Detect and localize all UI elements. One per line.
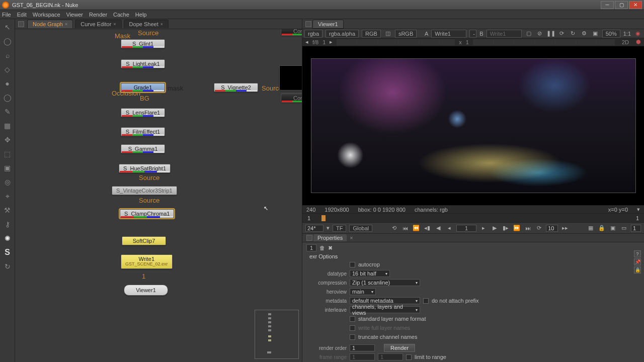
minimap[interactable] — [255, 310, 299, 359]
help-icon[interactable]: ? — [634, 250, 641, 257]
node-write[interactable]: Write1 GST_SCENE_02.exr — [121, 254, 173, 269]
heroview-select[interactable]: main — [350, 288, 376, 295]
current-frame-input[interactable]: 1 — [456, 225, 476, 232]
node-const-top[interactable]: Const... — [281, 29, 302, 36]
range-end-input[interactable]: 1 — [631, 225, 641, 232]
last-frame-icon[interactable]: ⏭ — [524, 225, 532, 232]
tf-select[interactable]: TF — [333, 225, 346, 232]
colorspace-select[interactable]: sRGB — [395, 30, 417, 38]
next-key-icon[interactable]: ⏩ — [513, 225, 521, 232]
playhead[interactable] — [321, 215, 326, 221]
first-frame-icon[interactable]: ⏮ — [401, 225, 409, 232]
channel-alpha-select[interactable]: rgba.alpha — [326, 30, 359, 38]
key-icon[interactable]: ⚷ — [3, 219, 13, 229]
pane-handle[interactable] — [306, 235, 312, 241]
menu-viewer[interactable]: Viewer — [66, 12, 83, 18]
chevron-down-icon[interactable]: ▾ — [637, 206, 640, 213]
cube2-icon[interactable]: ▣ — [3, 163, 13, 173]
node-s-glint[interactable]: S_Glint1 — [121, 39, 165, 48]
roi-icon[interactable]: ▢ — [525, 30, 533, 37]
select-tool-icon[interactable]: ↖ — [3, 22, 13, 32]
close-button[interactable]: ✕ — [629, 1, 642, 9]
node-s-lensflare[interactable]: S_LensFlare1 — [121, 108, 165, 117]
wipe-select[interactable]: - — [469, 30, 476, 38]
skip-input[interactable]: 10 — [546, 225, 558, 232]
truncate-checkbox[interactable] — [350, 334, 355, 340]
lock-panel-icon[interactable]: 🔒 — [634, 266, 641, 274]
node-s-lightleak[interactable]: S_LightLeak1 — [121, 59, 165, 68]
timeline[interactable]: 1 1 — [302, 213, 644, 222]
datatype-select[interactable]: 16 bit half — [350, 270, 390, 277]
loop-icon[interactable]: ⟳ — [535, 225, 543, 232]
circle2-icon[interactable]: ◯ — [3, 93, 13, 103]
zoom-ratio[interactable]: 1:1 — [623, 31, 631, 37]
shapes-icon[interactable]: ▦ — [3, 121, 13, 131]
menu-workspace[interactable]: Workspace — [33, 12, 60, 18]
viewport[interactable] — [302, 46, 644, 205]
node-s-vignette[interactable]: S_Vignette2 — [214, 83, 258, 92]
framerange-b-input[interactable]: 1 — [378, 353, 403, 360]
tab-nodegraph[interactable]: Node Graph× — [27, 20, 73, 28]
pane-handle[interactable] — [18, 21, 24, 27]
step-back-icon[interactable]: ◂▮ — [423, 225, 431, 232]
writefull-checkbox[interactable] — [350, 325, 355, 331]
cube-icon[interactable]: ⬚ — [3, 149, 13, 159]
render-button[interactable]: Render — [384, 344, 415, 352]
menu-edit[interactable]: Edit — [17, 12, 27, 18]
target-icon[interactable]: ◎ — [3, 177, 13, 187]
sync-icon[interactable]: ⟲ — [390, 225, 398, 232]
node-softclip[interactable]: SoftClip7 — [122, 236, 166, 245]
tab-curveeditor[interactable]: Curve Editor× — [75, 20, 121, 28]
capture-icon[interactable]: ▣ — [591, 30, 599, 37]
node-const-bottom[interactable]: Const... — [281, 94, 302, 103]
framerange-a-input[interactable]: 1 — [350, 353, 375, 360]
eyedropper-icon[interactable]: ⌕ — [3, 50, 13, 60]
node-viewer[interactable]: Viewer1 — [124, 285, 168, 296]
dot-icon[interactable]: ● — [3, 78, 13, 88]
circle-tool-icon[interactable]: ◯ — [3, 36, 13, 46]
pane-handle[interactable] — [305, 21, 311, 27]
sapphire-icon[interactable]: S — [3, 247, 13, 257]
gamma-slider[interactable] — [473, 39, 615, 45]
compression-select[interactable]: Zip (1 scanline) — [350, 279, 420, 286]
settings-icon[interactable]: ⚙ — [580, 30, 588, 37]
cache-icon[interactable]: ▣ — [609, 225, 617, 232]
node-s-clampchroma[interactable]: S_ClampChroma1 — [120, 209, 174, 218]
interleave-select[interactable]: channels, layers and views — [350, 306, 420, 313]
warning-icon[interactable]: ◉ — [634, 30, 642, 37]
view-mode-select[interactable]: 2D — [619, 39, 632, 45]
prev-icon[interactable]: ◂ — [445, 225, 453, 232]
next-icon[interactable]: ▸ — [479, 225, 488, 232]
prev-frame-icon[interactable]: ◂ — [305, 39, 308, 45]
diamond-icon[interactable]: ◇ — [3, 64, 13, 74]
dropper-icon[interactable]: ⌖ — [3, 191, 13, 201]
lock-view-icon[interactable]: ⬢ — [636, 39, 641, 45]
tab-dopesheet[interactable]: Dope Sheet× — [124, 20, 169, 28]
zoom-select[interactable]: 50% — [602, 30, 620, 38]
menu-file[interactable]: File — [2, 12, 11, 18]
wrench-icon[interactable]: ⚒ — [3, 205, 13, 215]
node-s-huesatbright[interactable]: S_HueSatBright1 — [119, 164, 171, 173]
maximize-button[interactable]: ▢ — [615, 1, 628, 9]
scope-select[interactable]: Global — [349, 225, 372, 232]
clip-icon[interactable]: ◫ — [384, 30, 392, 37]
close-icon[interactable]: × — [350, 235, 353, 241]
autocrop-checkbox[interactable] — [350, 262, 355, 267]
renderorder-input[interactable]: 1 — [350, 344, 375, 351]
fps-input[interactable]: 24* — [305, 225, 324, 232]
node-s-filmeffect[interactable]: S_FilmEffect1 — [121, 127, 165, 136]
refresh-icon[interactable]: ↻ — [3, 261, 13, 272]
play-icon[interactable]: ▶ — [491, 225, 499, 232]
next-frame-icon[interactable]: ▸ — [330, 39, 333, 45]
gain-slider[interactable] — [337, 39, 455, 45]
minimize-button[interactable]: ─ — [601, 1, 614, 9]
chevron-down-icon[interactable]: ▾ — [327, 225, 330, 231]
tab-properties[interactable]: Properties — [313, 234, 347, 241]
metadata-select[interactable]: default metadata — [350, 297, 420, 304]
node-s-vintagecolor[interactable]: S_VintageColor3Strip1 — [112, 186, 177, 195]
clear-icon[interactable]: ✖ — [328, 245, 333, 251]
menu-render[interactable]: Render — [89, 12, 107, 18]
fstop[interactable]: f/8 — [312, 39, 318, 45]
menu-cache[interactable]: Cache — [113, 12, 129, 18]
node-grade[interactable]: Grade1 — [121, 83, 165, 92]
